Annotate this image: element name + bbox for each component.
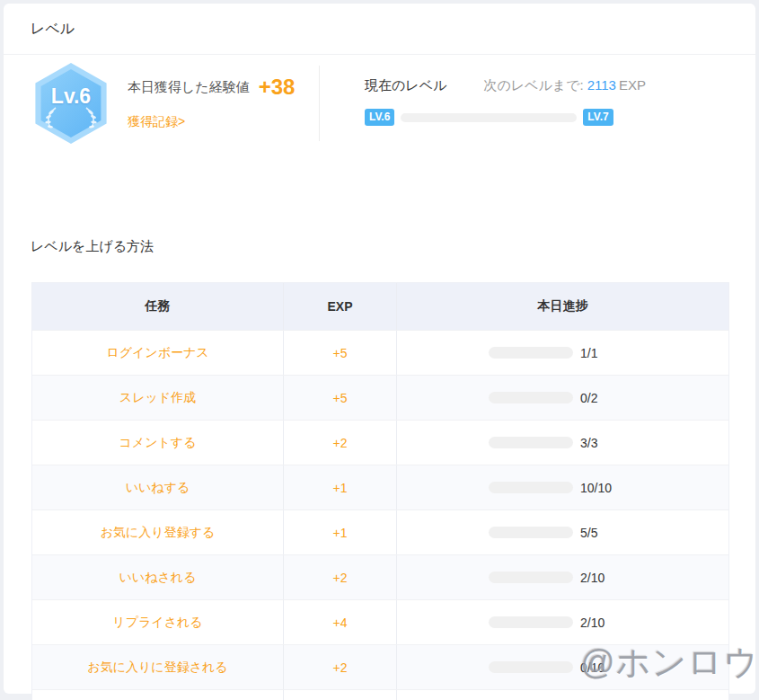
level-card: レベル Lv.6 — [4, 4, 755, 694]
table-row: イチオシに登録される +30 0/1 — [32, 689, 728, 700]
summary-left: Lv.6 本日獲得した経験値 +38 獲得記録> — [4, 63, 319, 191]
level-summary: Lv.6 本日獲得した経験値 +38 獲得記録> 現在のレベル 次のレベルまで:… — [4, 55, 755, 191]
task-name[interactable]: リプライされる — [112, 615, 202, 631]
page-title: レベル — [31, 20, 75, 39]
task-progress-track — [489, 437, 573, 448]
task-exp: +1 — [333, 481, 348, 495]
progress-label: 2/10 — [580, 616, 605, 630]
progress-label: 5/5 — [580, 526, 597, 540]
level-badge: Lv.6 — [31, 63, 111, 144]
table-header-row: 任務 EXP 本日進捗 — [32, 283, 728, 330]
laurel-icon — [83, 106, 102, 129]
progress-label: 10/10 — [580, 481, 612, 495]
table-row: コメントする +2 3/3 — [32, 420, 728, 465]
task-exp: +5 — [333, 391, 348, 405]
laurel-icon — [40, 106, 59, 129]
task-name[interactable]: いいねする — [126, 480, 190, 496]
today-exp-value: +38 — [259, 75, 296, 100]
table-row: いいねする +1 10/10 — [32, 465, 728, 509]
record-link[interactable]: 獲得記録> — [128, 114, 185, 130]
progress-label: 3/3 — [580, 436, 597, 450]
task-table: 任務 EXP 本日進捗 ログインボーナス +5 1/1 スレッド作成 +5 0/… — [31, 282, 729, 700]
task-name[interactable]: スレッド作成 — [119, 390, 196, 406]
task-progress-track — [489, 347, 573, 359]
summary-right: 現在のレベル 次のレベルまで: 2113 EXP LV.6 LV.7 — [319, 66, 755, 141]
task-name[interactable]: ログインボーナス — [106, 345, 208, 361]
table-row: ログインボーナス +5 1/1 — [32, 330, 728, 375]
task-exp: +2 — [333, 660, 348, 675]
task-exp: +2 — [333, 436, 348, 450]
task-exp: +2 — [333, 571, 348, 585]
task-exp: +1 — [333, 526, 348, 540]
table-row: リプライされる +4 2/10 — [32, 599, 728, 644]
task-progress-track — [489, 482, 573, 493]
task-name[interactable]: いいねされる — [119, 570, 197, 586]
card-header: レベル — [4, 4, 755, 55]
task-progress-track — [489, 572, 573, 583]
section-title: レベルを上げる方法 — [31, 238, 755, 255]
task-name[interactable]: お気に入り登録する — [101, 525, 216, 541]
next-level-exp-value: 2113 — [587, 77, 616, 93]
table-row: いいねされる +2 2/10 — [32, 554, 728, 599]
today-exp-label: 本日獲得した経験値 — [128, 79, 250, 96]
current-level-label: 現在のレベル — [365, 77, 446, 94]
task-name[interactable]: コメントする — [119, 435, 197, 451]
task-table-body: ログインボーナス +5 1/1 スレッド作成 +5 0/2 コメントする +2 … — [32, 330, 728, 700]
task-progress-track — [489, 392, 573, 403]
task-progress-track — [489, 616, 573, 628]
level-progress-bar: LV.6 LV.7 — [365, 109, 755, 126]
progress-label: 0/2 — [580, 391, 597, 405]
level-chip-current: LV.6 — [365, 109, 394, 126]
table-row: スレッド作成 +5 0/2 — [32, 375, 728, 420]
next-level-exp-unit: EXP — [619, 77, 646, 93]
table-row: お気に入りに登録される +2 0/10 — [32, 644, 728, 689]
task-name[interactable]: お気に入りに登録される — [87, 660, 227, 676]
level-chip-next: LV.7 — [583, 109, 613, 126]
column-header-progress: 本日進捗 — [397, 283, 728, 330]
task-exp: +4 — [333, 616, 348, 630]
level-progress-track — [401, 113, 577, 122]
next-level-label: 次のレベルまで: — [483, 77, 583, 94]
task-exp: +5 — [333, 346, 348, 360]
today-exp-block: 本日獲得した経験値 +38 獲得記録> — [128, 63, 295, 191]
column-header-exp: EXP — [284, 283, 397, 330]
badge-level-text: Lv.6 — [31, 84, 111, 109]
progress-label: 1/1 — [580, 346, 597, 360]
task-progress-track — [489, 527, 573, 538]
progress-label: 0/10 — [580, 660, 605, 675]
task-progress-track — [489, 661, 573, 673]
table-row: お気に入り登録する +1 5/5 — [32, 509, 728, 554]
progress-label: 2/10 — [580, 571, 605, 585]
column-header-task: 任務 — [32, 283, 284, 330]
